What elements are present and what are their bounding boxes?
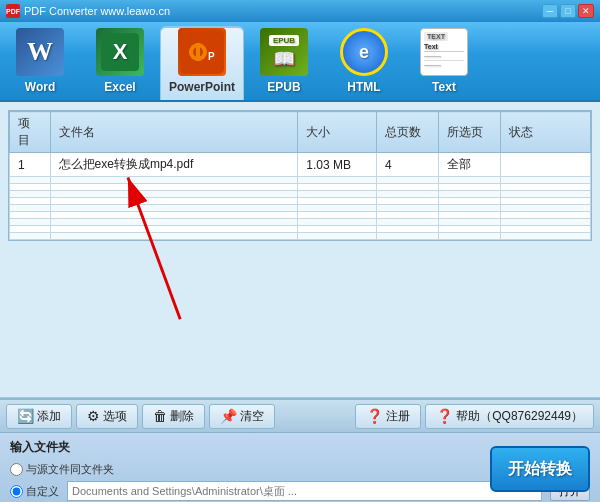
register-label: 注册 <box>386 408 410 425</box>
close-button[interactable]: ✕ <box>578 4 594 18</box>
col-header-totalpages: 总页数 <box>377 112 439 153</box>
add-label: 添加 <box>37 408 61 425</box>
table-row-empty <box>10 233 591 240</box>
table-row-empty <box>10 212 591 219</box>
clear-icon: 📌 <box>220 408 237 424</box>
same-folder-radio[interactable] <box>10 463 23 476</box>
tab-excel-label: Excel <box>104 80 135 94</box>
options-label: 选项 <box>103 408 127 425</box>
clear-label: 清空 <box>240 408 264 425</box>
app-title: PDF Converter www.leawo.cn <box>24 5 170 17</box>
add-icon: 🔄 <box>17 408 34 424</box>
custom-label: 自定义 <box>26 484 59 499</box>
row-filename: 怎么把exe转换成mp4.pdf <box>50 153 298 177</box>
row-pages: 4 <box>377 153 439 177</box>
col-header-selectedpages: 所选页 <box>438 112 500 153</box>
gear-icon: ⚙ <box>87 408 100 424</box>
clear-button[interactable]: 📌 清空 <box>209 404 275 429</box>
tab-epub[interactable]: EPUB 📖 EPUB <box>244 26 324 100</box>
tab-word[interactable]: W Word <box>0 26 80 100</box>
text-icon: TEXT Text ──── ──── <box>420 28 468 76</box>
tab-powerpoint[interactable]: P PowerPoint <box>160 26 244 100</box>
titlebar-controls: ─ □ ✕ <box>542 4 594 18</box>
add-button[interactable]: 🔄 添加 <box>6 404 72 429</box>
titlebar-title: PDF PDF Converter www.leawo.cn <box>6 4 170 18</box>
bottom-bar: 🔄 添加 ⚙ 选项 🗑 删除 📌 清空 ❓ 注册 ❓ 帮助（QQ87629244… <box>0 398 600 432</box>
tab-html-label: HTML <box>347 80 380 94</box>
row-size: 1.03 MB <box>298 153 377 177</box>
custom-option[interactable]: 自定义 <box>10 484 59 499</box>
svg-rect-5 <box>196 43 200 61</box>
table-row-empty <box>10 198 591 205</box>
pdf-icon: PDF <box>6 4 20 18</box>
table-row-empty <box>10 219 591 226</box>
tab-word-label: Word <box>25 80 55 94</box>
table-row-empty <box>10 205 591 212</box>
row-selected: 全部 <box>438 153 500 177</box>
table-row-empty <box>10 191 591 198</box>
trash-icon: 🗑 <box>153 408 167 424</box>
delete-label: 删除 <box>170 408 194 425</box>
minimize-button[interactable]: ─ <box>542 4 558 18</box>
file-table-wrapper: 项目 文件名 大小 总页数 所选页 状态 1 怎么把exe转换成mp4.pdf … <box>8 110 592 241</box>
help-button[interactable]: ❓ 帮助（QQ876292449） <box>425 404 594 429</box>
epub-icon: EPUB 📖 <box>260 28 308 76</box>
html-icon: e <box>340 28 388 76</box>
tab-ppt-label: PowerPoint <box>169 80 235 94</box>
ppt-icon: P <box>178 28 226 76</box>
col-header-index: 项目 <box>10 112 51 153</box>
register-button[interactable]: ❓ 注册 <box>355 404 421 429</box>
table-row-empty <box>10 184 591 191</box>
options-button[interactable]: ⚙ 选项 <box>76 404 138 429</box>
same-folder-option[interactable]: 与源文件同文件夹 <box>10 462 114 477</box>
tab-html[interactable]: e HTML <box>324 26 404 100</box>
table-row-empty <box>10 177 591 184</box>
tab-excel[interactable]: X Excel <box>80 26 160 100</box>
tab-text-label: Text <box>432 80 456 94</box>
convert-label: 开始转换 <box>508 459 572 480</box>
help-label: 帮助（QQ876292449） <box>456 408 583 425</box>
svg-text:P: P <box>208 51 215 62</box>
custom-radio[interactable] <box>10 485 23 498</box>
file-section: 项目 文件名 大小 总页数 所选页 状态 1 怎么把exe转换成mp4.pdf … <box>0 102 600 398</box>
delete-button[interactable]: 🗑 删除 <box>142 404 205 429</box>
help-icon: ❓ <box>436 408 453 424</box>
table-row-empty <box>10 226 591 233</box>
col-header-filename: 文件名 <box>50 112 298 153</box>
same-folder-label: 与源文件同文件夹 <box>26 462 114 477</box>
row-status <box>500 153 590 177</box>
footer: 输入文件夹 与源文件同文件夹 自定义 打开 开始转换 <box>0 432 600 502</box>
register-icon: ❓ <box>366 408 383 424</box>
convert-button[interactable]: 开始转换 <box>490 446 590 492</box>
file-table: 项目 文件名 大小 总页数 所选页 状态 1 怎么把exe转换成mp4.pdf … <box>9 111 591 240</box>
col-header-size: 大小 <box>298 112 377 153</box>
excel-icon: X <box>96 28 144 76</box>
svg-text:X: X <box>113 39 128 64</box>
toolbar: W Word X Excel P PowerPoint EPUB 📖 <box>0 22 600 102</box>
tab-epub-label: EPUB <box>267 80 300 94</box>
titlebar: PDF PDF Converter www.leawo.cn ─ □ ✕ <box>0 0 600 22</box>
tab-text[interactable]: TEXT Text ──── ──── Text <box>404 26 484 100</box>
path-input[interactable] <box>67 481 542 501</box>
row-index: 1 <box>10 153 51 177</box>
content-section: 项目 文件名 大小 总页数 所选页 状态 1 怎么把exe转换成mp4.pdf … <box>0 102 600 502</box>
table-row: 1 怎么把exe转换成mp4.pdf 1.03 MB 4 全部 <box>10 153 591 177</box>
col-header-status: 状态 <box>500 112 590 153</box>
maximize-button[interactable]: □ <box>560 4 576 18</box>
word-icon: W <box>16 28 64 76</box>
